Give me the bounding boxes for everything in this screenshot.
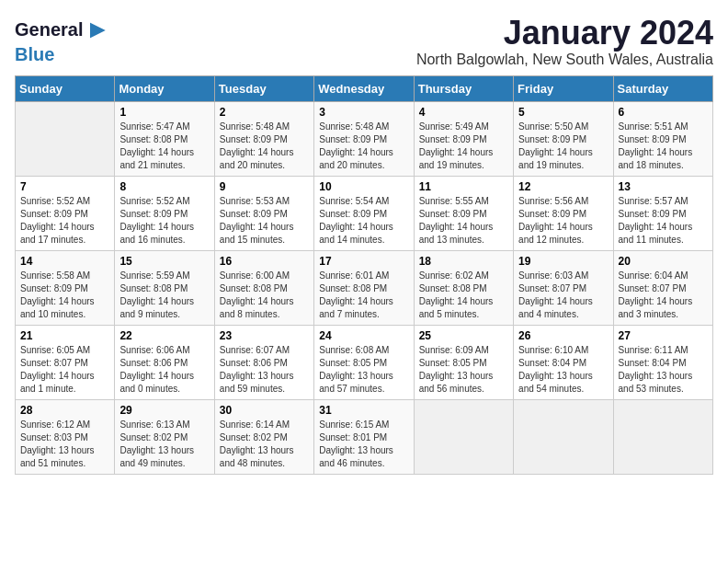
calendar-cell: 19Sunrise: 6:03 AM Sunset: 8:07 PM Dayli… <box>514 250 613 325</box>
day-info: Sunrise: 6:01 AM Sunset: 8:08 PM Dayligh… <box>319 270 408 321</box>
day-info: Sunrise: 6:12 AM Sunset: 8:03 PM Dayligh… <box>20 419 109 470</box>
week-row-4: 28Sunrise: 6:12 AM Sunset: 8:03 PM Dayli… <box>16 399 713 474</box>
week-row-3: 21Sunrise: 6:05 AM Sunset: 8:07 PM Dayli… <box>16 325 713 399</box>
subtitle: North Balgowlah, New South Wales, Austra… <box>416 52 713 68</box>
day-number: 9 <box>220 180 309 193</box>
calendar-cell: 28Sunrise: 6:12 AM Sunset: 8:03 PM Dayli… <box>16 399 115 474</box>
day-info: Sunrise: 5:51 AM Sunset: 8:09 PM Dayligh… <box>619 121 708 172</box>
day-number: 25 <box>419 329 508 342</box>
calendar-cell: 18Sunrise: 6:02 AM Sunset: 8:08 PM Dayli… <box>414 250 513 325</box>
day-info: Sunrise: 6:09 AM Sunset: 8:05 PM Dayligh… <box>419 344 508 396</box>
header-row: SundayMondayTuesdayWednesdayThursdayFrid… <box>16 75 713 101</box>
day-number: 22 <box>119 329 209 342</box>
calendar-cell: 2Sunrise: 5:48 AM Sunset: 8:09 PM Daylig… <box>214 101 313 176</box>
day-info: Sunrise: 5:57 AM Sunset: 8:09 PM Dayligh… <box>619 195 708 247</box>
calendar-cell: 11Sunrise: 5:55 AM Sunset: 8:09 PM Dayli… <box>414 176 513 250</box>
calendar-cell: 8Sunrise: 5:52 AM Sunset: 8:09 PM Daylig… <box>115 176 214 250</box>
calendar-cell: 7Sunrise: 5:52 AM Sunset: 8:09 PM Daylig… <box>16 176 115 250</box>
day-number: 31 <box>319 404 408 417</box>
calendar-cell <box>16 101 115 176</box>
day-number: 7 <box>20 180 109 193</box>
header-cell-monday: Monday <box>115 75 214 101</box>
calendar-cell: 6Sunrise: 5:51 AM Sunset: 8:09 PM Daylig… <box>613 101 712 176</box>
day-info: Sunrise: 5:53 AM Sunset: 8:09 PM Dayligh… <box>220 195 309 247</box>
logo-arrow-icon: ► <box>85 15 110 44</box>
calendar-cell: 16Sunrise: 6:00 AM Sunset: 8:08 PM Dayli… <box>214 250 313 325</box>
calendar-cell: 26Sunrise: 6:10 AM Sunset: 8:04 PM Dayli… <box>514 325 613 399</box>
day-number: 29 <box>119 404 209 417</box>
day-info: Sunrise: 6:00 AM Sunset: 8:08 PM Dayligh… <box>220 270 309 321</box>
header-cell-saturday: Saturday <box>613 75 712 101</box>
day-number: 6 <box>619 106 708 119</box>
day-info: Sunrise: 5:47 AM Sunset: 8:08 PM Dayligh… <box>119 121 209 172</box>
day-info: Sunrise: 6:04 AM Sunset: 8:07 PM Dayligh… <box>619 270 708 321</box>
day-info: Sunrise: 5:59 AM Sunset: 8:08 PM Dayligh… <box>119 270 209 321</box>
day-info: Sunrise: 6:08 AM Sunset: 8:05 PM Dayligh… <box>319 344 408 396</box>
calendar-cell: 12Sunrise: 5:56 AM Sunset: 8:09 PM Dayli… <box>514 176 613 250</box>
day-number: 8 <box>119 180 209 193</box>
day-info: Sunrise: 6:10 AM Sunset: 8:04 PM Dayligh… <box>518 344 608 396</box>
day-number: 5 <box>518 106 608 119</box>
calendar-cell: 31Sunrise: 6:15 AM Sunset: 8:01 PM Dayli… <box>314 399 414 474</box>
day-info: Sunrise: 6:14 AM Sunset: 8:02 PM Dayligh… <box>220 419 309 470</box>
header-cell-friday: Friday <box>514 75 613 101</box>
day-number: 26 <box>518 329 608 342</box>
day-info: Sunrise: 5:48 AM Sunset: 8:09 PM Dayligh… <box>319 121 408 172</box>
calendar-cell: 1Sunrise: 5:47 AM Sunset: 8:08 PM Daylig… <box>115 101 214 176</box>
day-info: Sunrise: 6:05 AM Sunset: 8:07 PM Dayligh… <box>20 344 109 396</box>
calendar-header: SundayMondayTuesdayWednesdayThursdayFrid… <box>16 75 713 101</box>
week-row-1: 7Sunrise: 5:52 AM Sunset: 8:09 PM Daylig… <box>16 176 713 250</box>
page-header: General ► Blue January 2024 North Balgow… <box>15 15 713 68</box>
calendar-cell <box>414 399 513 474</box>
logo-blue: Blue <box>15 44 54 64</box>
day-info: Sunrise: 5:49 AM Sunset: 8:09 PM Dayligh… <box>419 121 508 172</box>
calendar-cell: 21Sunrise: 6:05 AM Sunset: 8:07 PM Dayli… <box>16 325 115 399</box>
day-info: Sunrise: 5:52 AM Sunset: 8:09 PM Dayligh… <box>119 195 209 247</box>
day-info: Sunrise: 6:13 AM Sunset: 8:02 PM Dayligh… <box>119 419 209 470</box>
day-info: Sunrise: 5:56 AM Sunset: 8:09 PM Dayligh… <box>518 195 608 247</box>
day-info: Sunrise: 5:52 AM Sunset: 8:09 PM Dayligh… <box>20 195 109 247</box>
day-number: 30 <box>220 404 309 417</box>
day-number: 24 <box>319 329 408 342</box>
day-number: 10 <box>319 180 408 193</box>
week-row-2: 14Sunrise: 5:58 AM Sunset: 8:09 PM Dayli… <box>16 250 713 325</box>
calendar-cell: 13Sunrise: 5:57 AM Sunset: 8:09 PM Dayli… <box>613 176 712 250</box>
calendar-cell: 17Sunrise: 6:01 AM Sunset: 8:08 PM Dayli… <box>314 250 414 325</box>
day-number: 17 <box>319 255 408 268</box>
day-info: Sunrise: 6:02 AM Sunset: 8:08 PM Dayligh… <box>419 270 508 321</box>
day-number: 3 <box>319 106 408 119</box>
calendar-cell: 9Sunrise: 5:53 AM Sunset: 8:09 PM Daylig… <box>214 176 313 250</box>
day-number: 27 <box>619 329 708 342</box>
calendar-cell: 29Sunrise: 6:13 AM Sunset: 8:02 PM Dayli… <box>115 399 214 474</box>
calendar-cell: 3Sunrise: 5:48 AM Sunset: 8:09 PM Daylig… <box>314 101 414 176</box>
calendar-cell: 22Sunrise: 6:06 AM Sunset: 8:06 PM Dayli… <box>115 325 214 399</box>
calendar-cell: 20Sunrise: 6:04 AM Sunset: 8:07 PM Dayli… <box>613 250 712 325</box>
calendar-cell: 23Sunrise: 6:07 AM Sunset: 8:06 PM Dayli… <box>214 325 313 399</box>
day-info: Sunrise: 5:48 AM Sunset: 8:09 PM Dayligh… <box>220 121 309 172</box>
day-number: 14 <box>20 255 109 268</box>
day-number: 4 <box>419 106 508 119</box>
header-cell-tuesday: Tuesday <box>214 75 313 101</box>
day-number: 18 <box>419 255 508 268</box>
header-cell-thursday: Thursday <box>414 75 513 101</box>
day-info: Sunrise: 5:55 AM Sunset: 8:09 PM Dayligh… <box>419 195 508 247</box>
day-info: Sunrise: 6:07 AM Sunset: 8:06 PM Dayligh… <box>220 344 309 396</box>
day-number: 21 <box>20 329 109 342</box>
calendar-cell: 27Sunrise: 6:11 AM Sunset: 8:04 PM Dayli… <box>613 325 712 399</box>
week-row-0: 1Sunrise: 5:47 AM Sunset: 8:08 PM Daylig… <box>16 101 713 176</box>
calendar-cell <box>514 399 613 474</box>
logo: General ► Blue <box>15 15 110 64</box>
day-number: 19 <box>518 255 608 268</box>
day-number: 23 <box>220 329 309 342</box>
day-info: Sunrise: 5:58 AM Sunset: 8:09 PM Dayligh… <box>20 270 109 321</box>
title-section: January 2024 North Balgowlah, New South … <box>416 15 713 68</box>
day-number: 12 <box>518 180 608 193</box>
calendar-cell: 14Sunrise: 5:58 AM Sunset: 8:09 PM Dayli… <box>16 250 115 325</box>
day-info: Sunrise: 5:50 AM Sunset: 8:09 PM Dayligh… <box>518 121 608 172</box>
calendar-cell: 4Sunrise: 5:49 AM Sunset: 8:09 PM Daylig… <box>414 101 513 176</box>
calendar-cell: 24Sunrise: 6:08 AM Sunset: 8:05 PM Dayli… <box>314 325 414 399</box>
day-info: Sunrise: 5:54 AM Sunset: 8:09 PM Dayligh… <box>319 195 408 247</box>
day-number: 11 <box>419 180 508 193</box>
calendar-cell: 15Sunrise: 5:59 AM Sunset: 8:08 PM Dayli… <box>115 250 214 325</box>
calendar-cell: 10Sunrise: 5:54 AM Sunset: 8:09 PM Dayli… <box>314 176 414 250</box>
